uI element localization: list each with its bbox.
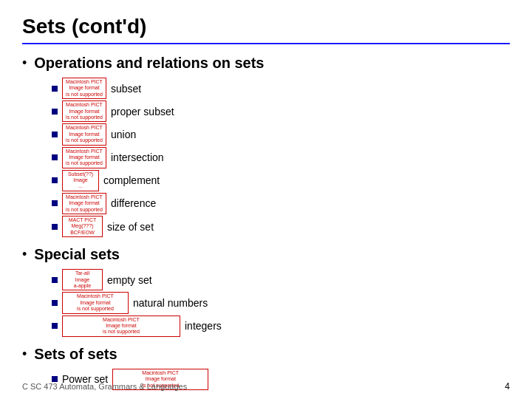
pict-union: Macintosh PICTImage formatis not support… (62, 123, 106, 145)
pict-integers: Macintosh PICTImage formatis not support… (62, 316, 180, 337)
item-union: union (111, 129, 136, 140)
item-empty-set: empty set (107, 274, 152, 286)
sub-bullet-icon (52, 154, 58, 160)
footer-course: C SC 473 Automata, Grammars & Languages (22, 382, 187, 391)
sub-bullet-icon (52, 109, 58, 115)
list-item: Macintosh PICTImage formatis not support… (52, 78, 510, 99)
pict-complement: Subset(??)Image... (62, 170, 99, 191)
item-intersection: intersection (111, 151, 164, 163)
list-item: Macintosh PICTImage formatis not support… (52, 193, 510, 214)
sub-bullet-icon (52, 200, 58, 206)
sub-bullet-icon (52, 300, 58, 306)
item-difference: difference (111, 197, 156, 209)
title-divider (22, 43, 510, 44)
section-sets-of-sets: • Sets of sets (22, 346, 510, 363)
section-sets-of-sets-label: Sets of sets (34, 346, 117, 363)
slide-title: Sets (cont'd) (22, 15, 510, 38)
list-item: Macintosh PICTImage formatis not support… (52, 316, 510, 337)
list-item: Tar-allImagea-apple empty set (52, 269, 510, 290)
pict-intersection: Macintosh PICTImage formatis not support… (62, 147, 106, 168)
operations-list: Macintosh PICTImage formatis not support… (52, 78, 510, 237)
item-integers: integers (185, 320, 222, 332)
item-subset: subset (111, 83, 141, 95)
list-item: Macintosh PICTImage formatis not support… (52, 100, 510, 122)
item-complement: complement (103, 174, 160, 186)
sub-bullet-icon (52, 132, 58, 137)
section-operations-label: Operations and relations on sets (34, 55, 264, 72)
sub-bullet-icon (52, 323, 58, 329)
bullet-special: • (22, 247, 27, 262)
item-proper-subset: proper subset (111, 106, 174, 117)
sub-bullet-icon (52, 277, 58, 283)
section-operations: • Operations and relations on sets (22, 55, 510, 72)
bullet-sets-of-sets: • (22, 347, 27, 362)
page-number: 4 (505, 381, 510, 392)
bullet-operations: • (22, 55, 27, 71)
list-item: Macintosh PICTImage formatis not support… (52, 292, 510, 313)
list-item: MACT PICTMeg(???)BCF/EOW size of set (52, 216, 510, 237)
special-list: Tar-allImagea-apple empty set Macintosh … (52, 269, 510, 337)
section-special: • Special sets (22, 246, 510, 263)
pict-proper-subset: Macintosh PICTImage formatis not support… (62, 100, 106, 122)
item-natural-numbers: natural numbers (133, 297, 208, 309)
sub-bullet-icon (52, 86, 58, 92)
list-item: Macintosh PICTImage formatis not support… (52, 123, 510, 145)
pict-difference: Macintosh PICTImage formatis not support… (62, 193, 106, 214)
pict-natural-numbers: Macintosh PICTImage formatis not support… (62, 292, 129, 313)
list-item: Subset(??)Image... complement (52, 170, 510, 191)
pict-size: MACT PICTMeg(???)BCF/EOW (62, 216, 103, 237)
pict-subset: Macintosh PICTImage formatis not support… (62, 78, 106, 99)
list-item: Macintosh PICTImage formatis not support… (52, 147, 510, 168)
pict-empty-set: Tar-allImagea-apple (62, 269, 103, 290)
footer: C SC 473 Automata, Grammars & Languages … (22, 381, 510, 392)
sub-bullet-icon (52, 177, 58, 183)
sub-bullet-icon (52, 224, 58, 230)
slide: Sets (cont'd) • Operations and relations… (0, 0, 532, 399)
section-special-label: Special sets (34, 246, 120, 263)
item-size-of-set: size of set (107, 221, 154, 233)
